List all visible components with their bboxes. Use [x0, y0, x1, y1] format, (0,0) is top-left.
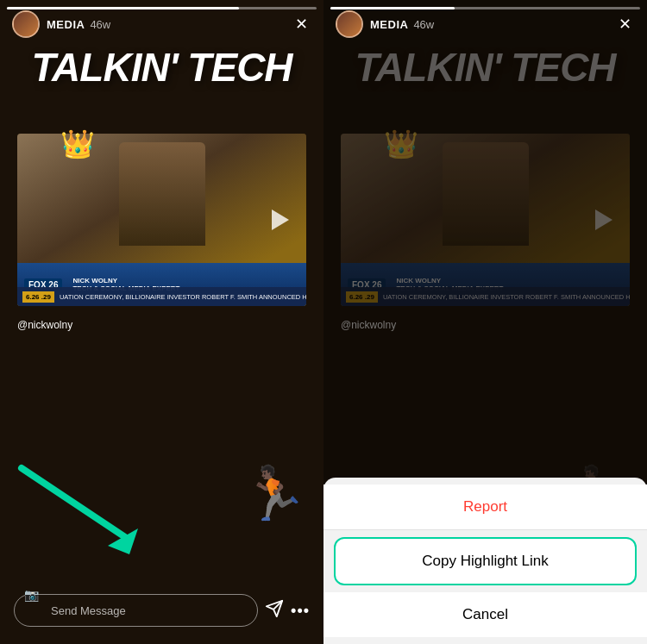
ticker-date: 6.26 .29 — [22, 291, 54, 303]
play-button[interactable] — [272, 209, 289, 230]
avatar-image — [14, 12, 38, 36]
send-button[interactable] — [265, 599, 284, 622]
post-time: 46w — [90, 18, 110, 31]
header-info: MEDIA 46w — [47, 18, 292, 31]
right-close-button[interactable]: ✕ — [615, 11, 635, 37]
right-story-panel: MEDIA 46w ✕ TALKIN' TECH 👑 FOX 26 NICK W… — [324, 0, 647, 644]
cancel-button[interactable]: Cancel — [324, 592, 647, 637]
bottom-bar: 📷 Send Message ••• — [14, 594, 310, 627]
right-post-time: 46w — [413, 18, 434, 31]
avatar[interactable] — [12, 10, 40, 38]
svg-line-0 — [22, 468, 125, 537]
left-story-panel: MEDIA 46w ✕ TALKIN' TECH 👑 FOX 26 NICK W… — [0, 0, 324, 644]
message-input[interactable]: Send Message — [14, 594, 258, 627]
right-story-header: MEDIA 46w ✕ — [324, 0, 647, 45]
teal-arrow — [13, 442, 168, 566]
action-sheet: Report Copy Highlight Link Cancel — [324, 478, 647, 644]
story-title: TALKIN' TECH — [0, 47, 324, 87]
user-handle: @nickwolny — [17, 319, 72, 331]
ticker-text: UATION CEREMONY, BILLIONAIRE INVESTOR RO… — [60, 293, 306, 301]
right-avatar[interactable] — [336, 10, 363, 38]
right-header-info: MEDIA 46w — [370, 18, 615, 31]
message-placeholder: Send Message — [51, 604, 126, 617]
story-progress-bar — [7, 7, 317, 9]
story-progress-fill — [7, 7, 239, 9]
news-ticker: 6.26 .29 UATION CEREMONY, BILLIONAIRE IN… — [17, 287, 306, 306]
copy-highlight-link-button[interactable]: Copy Highlight Link — [334, 537, 637, 585]
right-account-name: MEDIA — [370, 18, 408, 31]
more-options-button[interactable]: ••• — [291, 602, 310, 620]
guest-name: NICK WOLNY — [72, 277, 179, 284]
account-name: MEDIA — [47, 18, 85, 31]
camera-icon[interactable]: 📷 — [24, 588, 39, 602]
close-button[interactable]: ✕ — [292, 11, 311, 37]
right-avatar-image — [337, 12, 361, 36]
dancer-emoji: 🏃🏿 — [236, 457, 311, 528]
crown-emoji: 👑 — [60, 128, 95, 160]
report-button[interactable]: Report — [324, 485, 647, 530]
